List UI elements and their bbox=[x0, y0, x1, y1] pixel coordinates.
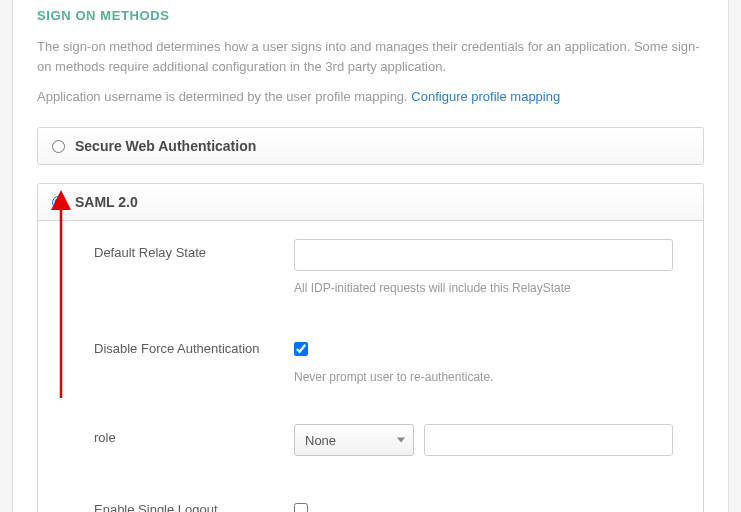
method-saml-header[interactable]: SAML 2.0 bbox=[38, 184, 703, 221]
field-relay-state: Default Relay State All IDP-initiated re… bbox=[94, 239, 673, 295]
force-auth-helper: Never prompt user to re-authenticate. bbox=[294, 370, 673, 384]
role-select[interactable]: None bbox=[294, 424, 414, 456]
method-saml-label: SAML 2.0 bbox=[75, 194, 138, 210]
role-label: role bbox=[94, 424, 294, 445]
chevron-down-icon bbox=[397, 438, 405, 443]
method-swa-radio[interactable] bbox=[52, 140, 65, 153]
relay-state-helper: All IDP-initiated requests will include … bbox=[294, 281, 673, 295]
username-mapping-text: Application username is determined by th… bbox=[37, 87, 704, 107]
method-saml-block: SAML 2.0 Default Relay State All IDP-ini… bbox=[37, 183, 704, 512]
configure-profile-mapping-link[interactable]: Configure profile mapping bbox=[411, 89, 560, 104]
field-enable-slo: Enable Single Logout bbox=[94, 496, 673, 512]
method-swa-header[interactable]: Secure Web Authentication bbox=[38, 128, 703, 164]
method-swa-label: Secure Web Authentication bbox=[75, 138, 256, 154]
force-auth-label: Disable Force Authentication bbox=[94, 335, 294, 356]
section-title: SIGN ON METHODS bbox=[37, 8, 704, 23]
force-auth-checkbox[interactable] bbox=[294, 342, 308, 356]
relay-state-label: Default Relay State bbox=[94, 239, 294, 260]
description-text: The sign-on method determines how a user… bbox=[37, 37, 704, 77]
method-saml-radio[interactable] bbox=[52, 196, 65, 209]
role-select-value: None bbox=[305, 433, 336, 448]
username-text: Application username is determined by th… bbox=[37, 89, 411, 104]
role-extra-input[interactable] bbox=[424, 424, 673, 456]
slo-label: Enable Single Logout bbox=[94, 496, 294, 512]
field-disable-force-auth: Disable Force Authentication Never promp… bbox=[94, 335, 673, 384]
slo-checkbox[interactable] bbox=[294, 503, 308, 512]
method-swa-block: Secure Web Authentication bbox=[37, 127, 704, 165]
field-role: role None bbox=[94, 424, 673, 456]
relay-state-input[interactable] bbox=[294, 239, 673, 271]
